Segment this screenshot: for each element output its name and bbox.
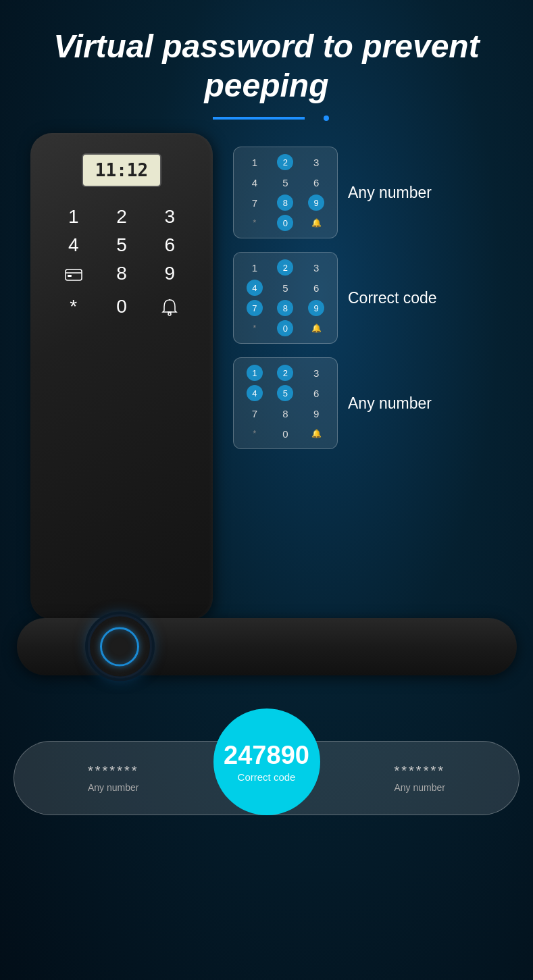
mkp-3-hash: 🔔 xyxy=(303,425,329,442)
panel-label-1: Any number xyxy=(348,184,432,202)
mkp-3-9: 9 xyxy=(303,405,329,421)
info-row-3: 1 2 3 4 5 6 7 8 9 * 0 🔔 Any number xyxy=(233,357,516,449)
page-title: Virtual password to prevent peeping xyxy=(27,27,506,105)
key-card-icon[interactable] xyxy=(54,264,93,288)
key-bell[interactable] xyxy=(151,297,189,322)
info-row-1: 1 2 3 4 5 6 7 8 9 * 0 🔔 Any number xyxy=(233,147,516,238)
correct-code-bubble: 247890 Correct code xyxy=(213,708,320,815)
mkp-2-1: 1 xyxy=(242,259,268,276)
key-star[interactable]: * xyxy=(54,297,93,322)
page-wrapper: Virtual password to prevent peeping 11:1… xyxy=(0,0,533,980)
mkp-2-6: 6 xyxy=(303,280,329,296)
mkp-2-3: 3 xyxy=(303,259,329,276)
key-0[interactable]: 0 xyxy=(102,297,141,322)
mkp-2-hash: 🔔 xyxy=(303,320,329,336)
mkp-2-7: 7 xyxy=(247,300,263,316)
left-stars: ******* xyxy=(14,763,213,779)
lock-time: 11:12 xyxy=(95,160,148,180)
key-5[interactable]: 5 xyxy=(102,236,141,255)
mkp-1-9: 9 xyxy=(308,195,324,211)
mkp-3-0: 0 xyxy=(273,425,299,442)
header: Virtual password to prevent peeping xyxy=(0,0,533,126)
mkp-2-4: 4 xyxy=(247,280,263,296)
mini-keypad-2: 1 2 3 4 5 6 7 8 9 * 0 🔔 xyxy=(233,252,338,344)
mkp-2-9: 9 xyxy=(308,300,324,316)
svg-rect-2 xyxy=(68,275,72,277)
info-row-2: 1 2 3 4 5 6 7 8 9 * 0 🔔 Correct code xyxy=(233,252,516,344)
right-stars: ******* xyxy=(321,763,519,779)
mkp-2-0: 0 xyxy=(277,320,293,336)
panel-label-2: Correct code xyxy=(348,289,437,307)
mini-keypad-1: 1 2 3 4 5 6 7 8 9 * 0 🔔 xyxy=(233,147,338,238)
mkp-3-1: 1 xyxy=(247,365,263,381)
mkp-1-0: 0 xyxy=(277,215,293,231)
pill-left: ******* Any number xyxy=(14,763,213,793)
mkp-2-8: 8 xyxy=(277,300,293,316)
mkp-1-2: 2 xyxy=(277,154,293,170)
header-divider xyxy=(213,117,321,120)
mid-section: 11:12 1 2 3 4 5 6 xyxy=(0,133,533,619)
lock-keypad: 1 2 3 4 5 6 8 9 * xyxy=(54,207,189,322)
mini-keypad-3: 1 2 3 4 5 6 7 8 9 * 0 🔔 xyxy=(233,357,338,449)
correct-code-label: Correct code xyxy=(238,771,296,783)
info-panels: 1 2 3 4 5 6 7 8 9 * 0 🔔 Any number xyxy=(226,133,516,449)
lock-display: 11:12 xyxy=(82,153,161,187)
mkp-1-3: 3 xyxy=(303,154,329,170)
mkp-3-4: 4 xyxy=(247,385,263,401)
key-3[interactable]: 3 xyxy=(151,207,189,226)
mkp-1-4: 4 xyxy=(242,174,268,190)
key-6[interactable]: 6 xyxy=(151,236,189,255)
mkp-3-star: * xyxy=(242,425,268,442)
handle-bar xyxy=(17,618,517,675)
mkp-3-8: 8 xyxy=(273,405,299,421)
mkp-1-5: 5 xyxy=(273,174,299,190)
mkp-2-star: * xyxy=(242,320,268,336)
key-9[interactable]: 9 xyxy=(151,264,189,288)
right-label: Any number xyxy=(321,782,519,793)
correct-code-number: 247890 xyxy=(224,741,309,770)
mkp-1-hash: 🔔 xyxy=(303,215,329,231)
mkp-3-2: 2 xyxy=(277,365,293,381)
bottom-display: ******* Any number ******* Any number 24… xyxy=(14,707,519,815)
key-1[interactable]: 1 xyxy=(54,207,93,226)
mkp-grid-2: 1 2 3 4 5 6 7 8 9 * 0 🔔 xyxy=(242,259,329,336)
lock-visual: 11:12 1 2 3 4 5 6 xyxy=(30,133,213,619)
mkp-1-star: * xyxy=(242,215,268,231)
mkp-1-8: 8 xyxy=(277,195,293,211)
panel-label-3: Any number xyxy=(348,394,432,413)
fingerprint-ring xyxy=(100,627,139,666)
svg-rect-0 xyxy=(66,269,82,280)
mkp-2-2: 2 xyxy=(277,259,293,276)
mkp-1-7: 7 xyxy=(242,195,268,211)
key-4[interactable]: 4 xyxy=(54,236,93,255)
left-label: Any number xyxy=(14,782,213,793)
mkp-1-6: 6 xyxy=(303,174,329,190)
mkp-3-6: 6 xyxy=(303,385,329,401)
mkp-3-3: 3 xyxy=(303,365,329,381)
pill-right: ******* Any number xyxy=(321,763,519,793)
mkp-2-5: 5 xyxy=(273,280,299,296)
mkp-grid-1: 1 2 3 4 5 6 7 8 9 * 0 🔔 xyxy=(242,154,329,231)
lock-panel: 11:12 1 2 3 4 5 6 xyxy=(17,133,226,619)
mkp-1-1: 1 xyxy=(242,154,268,170)
key-8[interactable]: 8 xyxy=(102,264,141,288)
svg-point-5 xyxy=(168,313,171,315)
mkp-3-7: 7 xyxy=(242,405,268,421)
key-2[interactable]: 2 xyxy=(102,207,141,226)
header-section: Virtual password to prevent peeping xyxy=(0,0,533,133)
fingerprint-button[interactable] xyxy=(88,615,152,679)
mkp-grid-3: 1 2 3 4 5 6 7 8 9 * 0 🔔 xyxy=(242,365,329,442)
handle-bar-wrapper xyxy=(0,613,533,680)
mkp-3-5: 5 xyxy=(277,385,293,401)
